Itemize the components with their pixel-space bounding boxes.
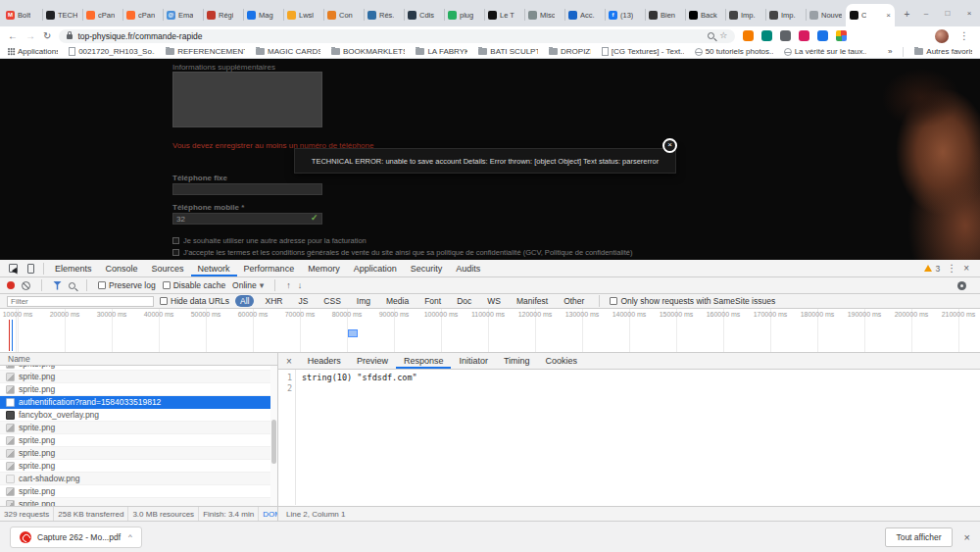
show-all-downloads-button[interactable]: Tout afficher [885, 527, 952, 547]
browser-tab[interactable]: Le T [484, 4, 524, 26]
device-toolbar-button[interactable] [22, 260, 39, 276]
browser-tab[interactable]: Imp. [765, 4, 806, 26]
bookmark-item[interactable]: 50 tutoriels photos... [695, 47, 773, 56]
request-row[interactable]: sprite.png [0, 498, 277, 506]
hide-data-urls-checkbox[interactable] [160, 297, 168, 305]
warning-counter[interactable]: 3 [924, 264, 940, 274]
throttling-select[interactable]: Online▾ [232, 280, 264, 290]
bookmark-apps[interactable]: Applications [8, 47, 58, 56]
tab-application[interactable]: Application [347, 260, 404, 276]
extension-icon[interactable] [799, 30, 809, 41]
browser-tab[interactable]: Rés. [364, 4, 404, 26]
scrollbar-thumb[interactable] [271, 420, 276, 464]
devtools-menu-icon[interactable]: ⋮ [947, 263, 956, 274]
tab-memory[interactable]: Memory [301, 260, 347, 276]
bookmark-folder[interactable]: BOOKMARKLETS [331, 47, 405, 56]
extension-icon[interactable] [817, 30, 828, 41]
minimize-button[interactable]: – [915, 0, 937, 25]
devtools-close-icon[interactable]: × [963, 263, 969, 274]
browser-tab[interactable]: TECH [42, 4, 82, 26]
back-button[interactable]: ← [8, 31, 18, 41]
request-row[interactable]: sprite.png [0, 485, 277, 498]
browser-menu-icon[interactable]: ⋮ [956, 30, 972, 41]
shelf-close-icon[interactable]: × [964, 531, 970, 543]
tab-response[interactable]: Response [396, 353, 452, 369]
browser-tab[interactable]: Régi [203, 4, 243, 26]
filter-funnel-icon[interactable] [53, 281, 62, 290]
bookmarks-overflow-icon[interactable]: » [888, 47, 892, 56]
browser-tab[interactable]: MBoît [2, 4, 42, 26]
lock-icon[interactable] [67, 34, 73, 39]
tab-sources[interactable]: Sources [145, 260, 191, 276]
browser-tab[interactable]: Mag [243, 4, 283, 26]
disable-cache-control[interactable]: Disable cache [163, 280, 225, 290]
tab-preview[interactable]: Preview [349, 353, 396, 369]
bookmark-star-icon[interactable]: ☆ [719, 31, 727, 40]
profile-avatar[interactable] [935, 29, 949, 43]
request-row[interactable]: fancybox_overlay.png [0, 409, 277, 422]
additional-info-textarea[interactable] [172, 72, 322, 127]
tab-security[interactable]: Security [404, 260, 450, 276]
browser-tab[interactable]: Imp. [725, 4, 765, 26]
filter-type-other[interactable]: Other [559, 295, 589, 307]
extension-icon[interactable] [743, 30, 754, 41]
filter-type-img[interactable]: Img [352, 295, 375, 307]
inspect-element-button[interactable] [4, 260, 22, 276]
tab-timing[interactable]: Timing [496, 353, 538, 369]
request-row[interactable]: sprite.png [0, 422, 277, 434]
filter-type-xhr[interactable]: XHR [260, 295, 287, 307]
filter-type-media[interactable]: Media [381, 295, 414, 307]
filter-input[interactable] [7, 296, 154, 307]
hide-data-urls-control[interactable]: Hide data URLs [160, 296, 229, 306]
new-tab-button[interactable]: + [900, 8, 914, 23]
tab-audits[interactable]: Audits [449, 260, 487, 276]
bookmark-item[interactable]: La vérité sur le taux... [784, 47, 866, 56]
other-bookmarks[interactable]: Autres favoris [914, 47, 972, 56]
tab-performance[interactable]: Performance [237, 260, 302, 276]
browser-tab-active[interactable]: C× [846, 4, 895, 26]
terms-checkbox[interactable] [172, 249, 179, 256]
browser-tab[interactable]: Acc. [564, 4, 605, 26]
browser-tab[interactable]: Lwsl [283, 4, 323, 26]
filter-type-font[interactable]: Font [419, 295, 446, 307]
browser-tab[interactable]: Misc [524, 4, 564, 26]
detail-close-icon[interactable]: × [278, 356, 300, 367]
bookmark-folder[interactable]: REFERENCEMENT [166, 47, 245, 56]
samesite-checkbox[interactable] [610, 297, 617, 305]
request-row[interactable]: cart-shadow.png [0, 473, 277, 485]
request-row[interactable]: sprite.png [0, 371, 277, 383]
browser-tab[interactable]: plug [444, 4, 484, 26]
filter-type-js[interactable]: JS [293, 295, 313, 307]
forward-button[interactable]: → [25, 31, 35, 41]
clear-icon[interactable] [22, 281, 30, 290]
phone-mobile-input[interactable] [172, 213, 322, 225]
bookmark-folder[interactable]: DROPIZI [549, 47, 591, 56]
filter-type-css[interactable]: CSS [318, 295, 345, 307]
filter-type-manifest[interactable]: Manifest [512, 295, 553, 307]
samesite-control[interactable]: Only show requests with SameSite issues [610, 296, 775, 306]
name-column-header[interactable]: Name [0, 353, 277, 366]
window-close-button[interactable]: × [958, 0, 980, 25]
browser-tab[interactable]: Cdis [404, 4, 444, 26]
browser-tab[interactable]: f(13) [605, 4, 645, 26]
bookmark-folder[interactable]: LA FABRYK [416, 47, 467, 56]
request-row[interactable]: sprite.png [0, 447, 277, 460]
request-row[interactable]: sprite.png [0, 434, 277, 447]
browser-tab[interactable]: cPan [82, 4, 122, 26]
extension-icon[interactable] [780, 30, 791, 41]
import-har-icon[interactable]: ↑ [286, 280, 291, 290]
preserve-log-checkbox[interactable] [98, 281, 106, 289]
tab-cookies[interactable]: Cookies [538, 353, 586, 369]
phone-fixed-input[interactable] [172, 183, 322, 195]
download-item[interactable]: Capture 262 - Mo...pdf ^ [10, 527, 142, 548]
filter-type-doc[interactable]: Doc [452, 295, 476, 307]
maximize-button[interactable]: □ [937, 0, 958, 25]
reload-button[interactable]: ↻ [43, 31, 51, 41]
filter-type-all[interactable]: All [235, 295, 254, 307]
search-icon[interactable] [69, 282, 75, 289]
billing-address-checkbox[interactable] [172, 237, 179, 244]
toast-close-button[interactable]: × [662, 138, 677, 153]
tab-headers[interactable]: Headers [300, 353, 349, 369]
gear-icon[interactable] [957, 281, 966, 290]
tab-console[interactable]: Console [99, 260, 145, 276]
